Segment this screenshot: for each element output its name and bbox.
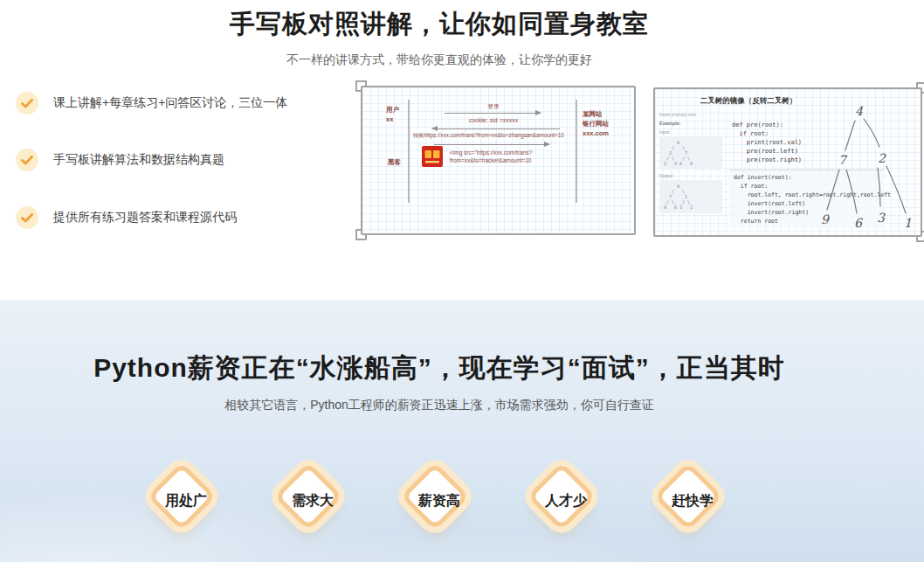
page-subtitle: 不一样的讲课方式，带给你更直观的体验，让你学的更好 xyxy=(0,52,879,68)
svg-text:2: 2 xyxy=(878,151,886,165)
lesson-title: 二叉树的镜像（反转二叉树） xyxy=(655,96,842,107)
feature-item: 手写板讲解算法和数据结构真题 xyxy=(16,149,224,171)
feature-item: 课上讲解+每章练习+问答区讨论，三位一体 xyxy=(16,92,287,114)
diamond-badge: 赶快学 xyxy=(649,457,736,545)
output-tree-ascii: 4 / \ 7 2 / \ / \ 9 6 3 1 xyxy=(659,180,722,213)
diamond-badge: 薪资高 xyxy=(396,457,483,545)
promo-subtitle: 相较其它语言，Python工程师的薪资正迅速上涨，市场需求强劲，你可自行查证 xyxy=(0,398,879,413)
output-heading: Output: xyxy=(659,173,722,178)
check-icon xyxy=(16,92,38,114)
svg-text:4: 4 xyxy=(855,104,864,118)
diamond-label: 薪资高 xyxy=(396,457,483,545)
sequence-messages: 登录 cookie: sid =xxxxx 转账https://xxx.com/… xyxy=(411,98,576,212)
check-icon xyxy=(16,206,38,229)
python-promo-section: Python薪资正在“水涨船高”，现在学习“面试”，正当其时 相较其它语言，Py… xyxy=(0,300,924,562)
whiteboard-csrf: 用户 xx 黑客 某网站 银行网站 xxx.com 登录 cookie: sid… xyxy=(361,86,636,235)
arrow-left-icon xyxy=(432,128,560,129)
svg-text:3: 3 xyxy=(877,211,886,225)
input-tree-ascii: 4 / \ 2 7 / \ / \ 1 3 6 9 xyxy=(659,136,722,170)
diamond-badges-row: 用处广 需求大 薪资高 人才少 赶快学 xyxy=(0,457,879,545)
svg-text:9: 9 xyxy=(821,212,830,226)
malicious-img-code: <img src="https://xxx.com/trans? from=xx… xyxy=(450,149,532,164)
diamond-badge: 人才少 xyxy=(522,457,610,545)
diamond-label: 赶快学 xyxy=(649,457,736,545)
feature-label: 提供所有练习题答案和课程源代码 xyxy=(53,210,237,225)
hero-section: 手写板对照讲解，让你如同置身教室 不一样的讲课方式，带给你更直观的体验，让你学的… xyxy=(0,0,924,300)
arrow-right-icon xyxy=(434,144,549,145)
ad-image-icon xyxy=(422,146,443,167)
example-heading: Example: xyxy=(659,121,722,126)
whiteboard-csrf-canvas: 用户 xx 黑客 某网站 银行网站 xxx.com 登录 cookie: sid… xyxy=(361,86,636,235)
svg-text:7: 7 xyxy=(838,153,848,167)
lifeline xyxy=(408,100,410,203)
login-arrow-label: 登录 xyxy=(411,102,576,111)
diamond-badge: 用处广 xyxy=(142,457,230,545)
feature-item: 提供所有练习题答案和课程源代码 xyxy=(16,206,237,229)
page-title: 手写板对照讲解，让你如同置身教室 xyxy=(0,0,879,42)
feature-label: 课上讲解+每章练习+问答区讨论，三位一体 xyxy=(53,95,287,111)
check-icon xyxy=(16,149,38,171)
diamond-label: 人才少 xyxy=(522,457,610,545)
bank-site-label: 某网站 银行网站 xxx.com xyxy=(583,109,609,138)
handwritten-tree-sketch: 4 7 2 9 6 3 1 xyxy=(817,96,921,234)
cookie-arrow-label: cookie: sid =xxxxx xyxy=(411,117,576,123)
arrow-right-icon xyxy=(445,113,541,114)
code-preorder: def pre(root): if root: print(root.val) … xyxy=(732,121,802,164)
input-heading: Input: xyxy=(659,129,722,135)
lifeline xyxy=(576,100,577,203)
diamond-badge: 需求大 xyxy=(269,457,356,545)
whiteboard-tree-canvas: 二叉树的镜像（反转二叉树） Invert a binary tree. Exam… xyxy=(653,87,922,237)
diamond-label: 需求大 xyxy=(269,457,356,545)
whiteboard-tree: 二叉树的镜像（反转二叉树） Invert a binary tree. Exam… xyxy=(653,87,922,237)
problem-statement: Invert a binary tree. xyxy=(659,112,722,117)
hacker-label: 黑客 xyxy=(388,157,401,167)
diamond-label: 用处广 xyxy=(142,457,230,545)
promo-title: Python薪资正在“水涨船高”，现在学习“面试”，正当其时 xyxy=(0,300,879,386)
svg-text:6: 6 xyxy=(854,216,863,230)
user-label: 用户 xx xyxy=(386,105,399,124)
leetcode-problem-panel: Invert a binary tree. Example: Input: 4 … xyxy=(659,112,722,213)
svg-text:1: 1 xyxy=(904,216,912,230)
feature-label: 手写板讲解算法和数据结构真题 xyxy=(53,152,224,168)
transfer-arrow-label: 转账https://xxx.com/trans?from=xx&to=zhang… xyxy=(413,132,564,140)
